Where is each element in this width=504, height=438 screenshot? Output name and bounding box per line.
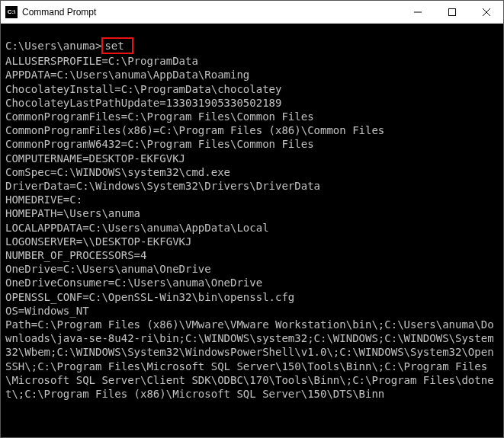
env-line: ChocolateyInstall=C:\ProgramData\chocola… — [5, 82, 499, 96]
env-line: OneDriveConsumer=C:\Users\anuma\OneDrive — [5, 276, 499, 289]
prompt-path: C:\Users\anuma> — [5, 40, 101, 52]
close-button[interactable] — [469, 1, 503, 23]
env-line: CommonProgramFiles(x86)=C:\Program Files… — [5, 123, 499, 137]
env-line: ChocolateyLastPathUpdate=133031905330502… — [5, 96, 499, 110]
command-text: set — [104, 40, 124, 52]
env-line: OPENSSL_CONF=C:\OpenSSL-Win32\bin\openss… — [5, 290, 499, 304]
maximize-icon — [448, 8, 456, 16]
env-line: LOCALAPPDATA=C:\Users\anuma\AppData\Loca… — [5, 221, 499, 235]
maximize-button[interactable] — [435, 1, 469, 23]
env-line: ComSpec=C:\WINDOWS\system32\cmd.exe — [5, 165, 499, 179]
window-title: Command Prompt — [22, 7, 400, 18]
env-line: COMPUTERNAME=DESKTOP-EKFGVKJ — [5, 152, 499, 165]
env-output: ALLUSERSPROFILE=C:\ProgramDataAPPDATA=C:… — [5, 54, 499, 401]
command-highlight: set — [101, 37, 133, 54]
env-line: OS=Windows_NT — [5, 304, 499, 318]
minimize-icon — [414, 8, 422, 16]
svg-rect-1 — [448, 8, 455, 15]
env-line: APPDATA=C:\Users\anuma\AppData\Roaming — [5, 68, 499, 82]
env-line: CommonProgramFiles=C:\Program Files\Comm… — [5, 110, 499, 123]
env-line: HOMEPATH=\Users\anuma — [5, 206, 499, 220]
window-controls — [400, 1, 503, 23]
command-prompt-window: C:\ Command Prompt C:\Users\anuma>set AL… — [0, 0, 504, 438]
cmd-icon: C:\ — [5, 6, 18, 18]
titlebar[interactable]: C:\ Command Prompt — [1, 1, 503, 24]
minimize-button[interactable] — [400, 1, 435, 23]
env-line: DriverData=C:\Windows\System32\Drivers\D… — [5, 179, 499, 193]
env-line: HOMEDRIVE=C: — [5, 193, 499, 206]
env-line: LOGONSERVER=\\DESKTOP-EKFGVKJ — [5, 235, 499, 248]
env-line: OneDrive=C:\Users\anuma\OneDrive — [5, 262, 499, 276]
close-icon — [483, 8, 490, 16]
env-line: CommonProgramW6432=C:\Program Files\Comm… — [5, 137, 499, 151]
console-output[interactable]: C:\Users\anuma>set ALLUSERSPROFILE=C:\Pr… — [1, 24, 503, 437]
env-line: Path=C:\Program Files (x86)\VMware\VMwar… — [5, 318, 499, 401]
prompt-line: C:\Users\anuma>set — [5, 37, 499, 54]
env-line: ALLUSERSPROFILE=C:\ProgramData — [5, 54, 499, 68]
env-line: NUMBER_OF_PROCESSORS=4 — [5, 248, 499, 262]
